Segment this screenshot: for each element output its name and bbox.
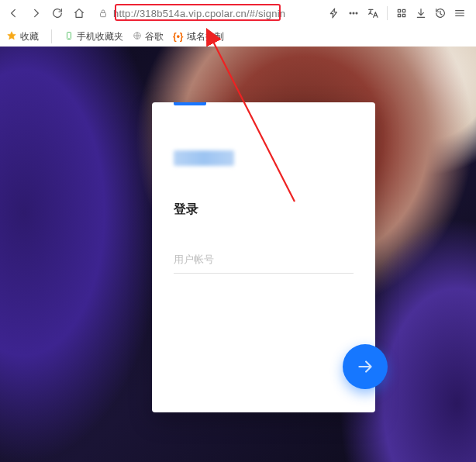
globe-icon — [133, 31, 142, 43]
svg-rect-0 — [101, 12, 106, 16]
active-tab-indicator — [174, 102, 206, 105]
browser-toolbar: http://318b514a.vip.cpolar.cn/#/signin — [0, 0, 476, 26]
download-icon — [415, 7, 427, 19]
address-bar[interactable]: http://318b514a.vip.cpolar.cn/#/signin — [91, 3, 323, 23]
translate-button[interactable] — [364, 4, 381, 22]
svg-rect-6 — [398, 14, 400, 16]
brand-logo-blurred — [174, 150, 234, 166]
toolbar-separator — [387, 6, 388, 20]
page-background: 登录 — [0, 47, 476, 462]
bookmark-google[interactable]: 谷歌 — [133, 30, 164, 43]
site-security-icon — [98, 8, 109, 19]
bookmark-label: 域名控制 — [187, 30, 224, 43]
reload-icon — [51, 7, 64, 19]
browser-chrome: http://318b514a.vip.cpolar.cn/#/signin — [0, 0, 476, 47]
history-button[interactable] — [432, 4, 449, 22]
hamburger-icon — [454, 7, 466, 19]
more-button[interactable] — [345, 4, 362, 22]
svg-point-2 — [353, 12, 354, 14]
bookmark-mobile[interactable]: 手机收藏夹 — [64, 30, 123, 43]
submit-button[interactable] — [343, 344, 388, 389]
home-icon — [73, 7, 85, 19]
url-text: http://318b514a.vip.cpolar.cn/#/signin — [113, 8, 285, 19]
bookmarks-bar: 收藏 手机收藏夹 谷歌 {•} 域名控制 — [0, 26, 476, 47]
lightning-icon — [328, 7, 340, 19]
phone-icon — [64, 31, 74, 43]
star-icon — [6, 30, 17, 43]
svg-rect-4 — [398, 9, 400, 12]
download-button[interactable] — [412, 4, 429, 22]
dots-icon — [347, 7, 360, 19]
signin-card: 登录 — [152, 102, 375, 412]
bookmark-label: 收藏 — [20, 30, 39, 43]
bookmark-favorites[interactable]: 收藏 — [6, 30, 39, 43]
arrow-right-icon — [29, 7, 42, 19]
username-input[interactable] — [174, 249, 354, 274]
brackets-icon: {•} — [173, 31, 184, 42]
svg-rect-5 — [402, 9, 405, 12]
menu-button[interactable] — [451, 4, 468, 22]
svg-point-1 — [350, 12, 351, 14]
svg-rect-7 — [402, 14, 405, 16]
reload-button[interactable] — [48, 4, 67, 22]
bookmark-label: 谷歌 — [145, 30, 164, 43]
toolbar-right — [326, 4, 471, 22]
home-button[interactable] — [70, 4, 88, 22]
history-icon — [434, 7, 447, 19]
apps-button[interactable] — [393, 4, 410, 22]
username-field — [174, 249, 354, 274]
translate-icon — [367, 7, 379, 19]
grid-icon — [395, 7, 408, 19]
back-button[interactable] — [5, 4, 23, 22]
forward-button[interactable] — [26, 4, 45, 22]
svg-point-3 — [356, 12, 357, 14]
arrow-left-icon — [8, 7, 20, 19]
flash-button[interactable] — [326, 4, 343, 22]
bookmarks-separator — [51, 29, 52, 43]
arrow-right-icon — [355, 357, 375, 377]
signin-title: 登录 — [174, 202, 354, 218]
bookmark-domain[interactable]: {•} 域名控制 — [173, 30, 224, 43]
bookmark-label: 手机收藏夹 — [77, 30, 123, 43]
